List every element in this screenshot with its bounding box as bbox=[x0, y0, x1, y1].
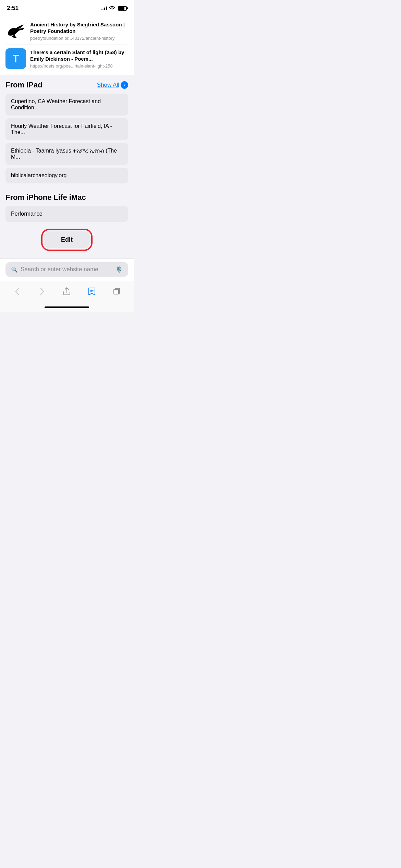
forward-button[interactable] bbox=[35, 285, 49, 298]
from-ipad-section: From iPad Show All › Cupertino, CA Weath… bbox=[0, 75, 134, 183]
ipad-item-3[interactable]: Ethiopia - Taamra Iyasus ተአምረ ኢየሱስ (The … bbox=[5, 143, 128, 165]
battery-icon bbox=[118, 6, 127, 11]
card-1-url: poetryfoundation.or...43172/ancient-hist… bbox=[30, 36, 128, 41]
from-ipad-title: From iPad bbox=[5, 81, 42, 89]
share-button[interactable] bbox=[60, 285, 74, 298]
status-time: 2:51 bbox=[7, 5, 19, 12]
bookmarks-button[interactable] bbox=[85, 285, 99, 298]
edit-button-ring bbox=[41, 229, 93, 251]
show-all-label: Show All bbox=[97, 82, 119, 88]
from-iphone-title: From iPhone Life iMac bbox=[5, 193, 128, 202]
svg-rect-0 bbox=[114, 289, 119, 294]
history-card-2[interactable]: T There's a certain Slant of light (258)… bbox=[5, 45, 128, 72]
search-icon: 🔍 bbox=[11, 266, 18, 273]
bottom-toolbar bbox=[0, 281, 134, 305]
wifi-icon bbox=[109, 5, 115, 11]
mic-icon[interactable]: 🎙️ bbox=[115, 266, 123, 273]
show-all-arrow-icon: › bbox=[121, 81, 128, 89]
status-icons bbox=[101, 5, 127, 11]
section-gap bbox=[0, 186, 134, 193]
from-ipad-header: From iPad Show All › bbox=[5, 81, 128, 89]
tabs-button[interactable] bbox=[110, 285, 123, 298]
edit-section: Edit bbox=[0, 225, 134, 258]
search-bar-section: 🔍 Search or enter website name 🎙️ bbox=[0, 258, 134, 281]
card-1-title: Ancient History by Siegfried Sassoon | P… bbox=[30, 21, 128, 35]
signal-icon bbox=[101, 6, 107, 10]
bird-logo bbox=[5, 21, 26, 41]
t-logo: T bbox=[5, 48, 26, 69]
ipad-item-4[interactable]: biblicalarchaeology.org bbox=[5, 168, 128, 183]
home-indicator bbox=[0, 305, 134, 312]
search-placeholder: Search or enter website name bbox=[21, 266, 112, 273]
card-1-text: Ancient History by Siegfried Sassoon | P… bbox=[30, 21, 128, 41]
search-bar[interactable]: 🔍 Search or enter website name 🎙️ bbox=[5, 262, 128, 277]
ipad-item-2[interactable]: Hourly Weather Forecast for Fairfield, I… bbox=[5, 118, 128, 140]
card-2-text: There's a certain Slant of light (258) b… bbox=[30, 49, 128, 69]
back-button[interactable] bbox=[10, 285, 24, 298]
iphone-item-1[interactable]: Performance bbox=[5, 206, 128, 222]
history-card-1[interactable]: Ancient History by Siegfried Sassoon | P… bbox=[5, 17, 128, 45]
cards-list: Ancient History by Siegfried Sassoon | P… bbox=[0, 17, 134, 72]
show-all-button[interactable]: Show All › bbox=[97, 81, 128, 89]
history-cards-section: Ancient History by Siegfried Sassoon | P… bbox=[0, 14, 134, 75]
ipad-item-1[interactable]: Cupertino, CA Weather Forecast and Condi… bbox=[5, 94, 128, 116]
edit-button-wrapper: Edit bbox=[44, 231, 90, 248]
card-2-url: https://poets.org/poe...rtain-slant-ligh… bbox=[30, 63, 128, 69]
home-bar bbox=[45, 306, 89, 308]
status-bar: 2:51 bbox=[0, 0, 134, 14]
from-iphone-section: From iPhone Life iMac Performance bbox=[0, 193, 134, 222]
card-2-title: There's a certain Slant of light (258) b… bbox=[30, 49, 128, 62]
